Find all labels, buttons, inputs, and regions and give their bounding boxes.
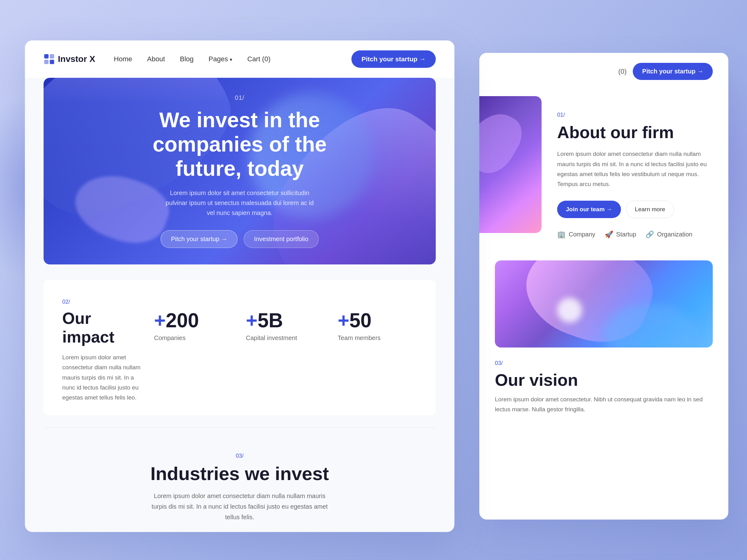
stat-team-label: Team members xyxy=(338,335,417,342)
industries-description: Lorem ipsum dolor amet consectetur diam … xyxy=(146,490,333,522)
main-window: Invstor X Home About Blog Pages Cart (0)… xyxy=(25,41,455,532)
industries-title: Industries we invest xyxy=(44,463,436,484)
about-image xyxy=(479,96,542,233)
nav-home[interactable]: Home xyxy=(114,55,132,63)
about-tag-startup-label: Startup xyxy=(616,231,636,238)
about-tag-company-label: Company xyxy=(569,231,595,238)
industries-section: 03/ Industries we invest Lorem ipsum dol… xyxy=(25,440,455,532)
nav-pages[interactable]: Pages xyxy=(209,55,232,63)
company-icon: 🏢 xyxy=(557,231,566,239)
about-tags: 🏢 Company 🚀 Startup 🔗 Organization xyxy=(557,231,713,239)
svg-rect-2 xyxy=(44,60,49,64)
hero-section: 01/ We invest in the companies of the fu… xyxy=(44,78,436,264)
logo-text: Invstor X xyxy=(58,54,95,64)
pages-chevron-icon xyxy=(230,55,232,63)
about-tag-startup: 🚀 Startup xyxy=(605,231,636,239)
svg-rect-1 xyxy=(50,54,54,58)
nav-blog[interactable]: Blog xyxy=(180,55,194,63)
learn-more-button[interactable]: Learn more xyxy=(626,201,674,218)
industries-section-number: 03/ xyxy=(44,453,436,459)
hero-title: We invest in the companies of the future… xyxy=(121,108,358,181)
startup-icon: 🚀 xyxy=(605,231,613,239)
about-tag-organization-label: Organization xyxy=(657,231,692,238)
svg-rect-3 xyxy=(50,60,54,64)
vision-description: Lorem ipsum dolor amet consectetur. Nibh… xyxy=(495,395,713,415)
nav-pitch-button[interactable]: Pitch your startup → xyxy=(352,50,436,68)
about-content: 01/ About our firm Lorem ipsum dolor ame… xyxy=(542,96,728,254)
hero-section-number: 01/ xyxy=(235,94,244,101)
stat-team: +50 Team members xyxy=(338,309,417,342)
about-section-number: 01/ xyxy=(557,112,713,118)
organization-icon: 🔗 xyxy=(646,231,654,239)
vision-title: Our vision xyxy=(495,370,713,390)
hero-buttons: Pitch your startup → Investment portfoli… xyxy=(161,230,319,248)
section-divider xyxy=(44,427,436,428)
vision-image xyxy=(495,260,713,348)
about-tag-organization: 🔗 Organization xyxy=(646,231,692,239)
logo-icon xyxy=(44,54,55,65)
stat-capital-label: Capital investment xyxy=(246,335,325,342)
secondary-pitch-button[interactable]: Pitch your startup → xyxy=(633,63,713,80)
stat-companies: +200 Companies xyxy=(154,309,233,342)
svg-rect-0 xyxy=(44,54,49,58)
logo: Invstor X xyxy=(44,54,95,65)
impact-text: Our impact Lorem ipsum dolor amet consec… xyxy=(62,309,141,403)
impact-title: Our impact xyxy=(62,309,141,346)
stat-capital: +5B Capital investment xyxy=(246,309,325,342)
impact-section: 02/ Our impact Lorem ipsum dolor amet co… xyxy=(44,280,436,415)
vision-section: 03/ Our vision Lorem ipsum dolor amet co… xyxy=(479,348,728,427)
about-section: 01/ About our firm Lorem ipsum dolor ame… xyxy=(479,96,728,254)
main-nav: Invstor X Home About Blog Pages Cart (0)… xyxy=(25,41,455,78)
nav-cart[interactable]: Cart (0) xyxy=(247,55,271,63)
about-buttons: Join our team → Learn more xyxy=(557,201,713,218)
nav-links: Home About Blog Pages Cart (0) xyxy=(114,55,352,63)
about-description: Lorem ipsum dolor amet consectetur diam … xyxy=(557,149,713,189)
secondary-cart-text: (0) xyxy=(618,68,626,76)
secondary-window: (0) Pitch your startup → 01/ About our f… xyxy=(479,53,728,519)
join-team-button[interactable]: Join our team → xyxy=(557,201,621,218)
nav-about[interactable]: About xyxy=(147,55,165,63)
secondary-nav: (0) Pitch your startup → xyxy=(479,53,728,90)
stat-companies-label: Companies xyxy=(154,335,233,342)
about-tag-company: 🏢 Company xyxy=(557,231,595,239)
about-title: About our firm xyxy=(557,123,713,141)
vision-section-number: 03/ xyxy=(495,360,713,367)
impact-section-number: 02/ xyxy=(62,299,417,305)
impact-grid: Our impact Lorem ipsum dolor amet consec… xyxy=(62,309,417,403)
impact-description: Lorem ipsum dolor amet consectetur diam … xyxy=(62,352,141,403)
hero-pitch-button[interactable]: Pitch your startup → xyxy=(161,230,237,248)
hero-description: Lorem ipsum dolor sit amet consectetur s… xyxy=(165,188,314,218)
hero-portfolio-button[interactable]: Investment portfolio xyxy=(244,230,319,248)
hero-content: 01/ We invest in the companies of the fu… xyxy=(44,78,436,264)
